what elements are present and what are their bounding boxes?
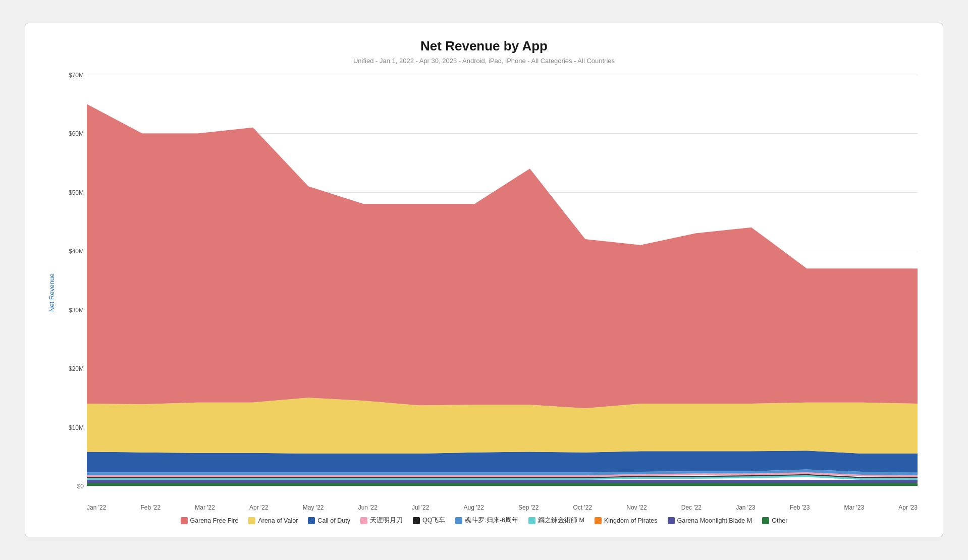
x-axis: Jan '22Feb '22Mar '22Apr '22May '22Jun '… <box>87 501 918 511</box>
legend-swatch <box>248 517 255 524</box>
legend-item: Garena Moonlight Blade M <box>668 516 752 525</box>
legend-item: QQ飞车 <box>413 516 445 525</box>
y-tick-70m: $70M <box>69 72 84 79</box>
area-other <box>87 483 918 486</box>
legend-item: Arena of Valor <box>248 516 298 525</box>
legend-swatch <box>668 517 675 524</box>
plot-area: $70M $60M $50M $40M $30M $20M $10M $0 ⊙ … <box>87 75 918 486</box>
chart-container: Net Revenue by App Unified - Jan 1, 2022… <box>25 23 943 537</box>
area-cod <box>87 451 918 472</box>
legend-item: 魂斗罗:归来-6周年 <box>455 516 518 525</box>
x-tick: Feb '23 <box>790 504 810 511</box>
x-tick: Jan '22 <box>87 504 106 511</box>
x-tick: Oct '22 <box>573 504 593 511</box>
y-axis-label: Net Revenue <box>45 75 58 511</box>
x-tick: Mar '23 <box>844 504 864 511</box>
legend-label: 天涯明月刀 <box>370 516 403 525</box>
chart-subtitle: Unified - Jan 1, 2022 - Apr 30, 2023 - A… <box>45 57 923 65</box>
x-tick: Apr '22 <box>249 504 268 511</box>
legend-label: Kingdom of Pirates <box>604 517 658 524</box>
legend-label: Other <box>772 517 787 524</box>
legend-swatch <box>762 517 769 524</box>
legend-item: Kingdom of Pirates <box>595 516 658 525</box>
legend-swatch <box>595 517 602 524</box>
area-freefire <box>87 104 918 408</box>
legend-label: 鋼之鍊金術師 M <box>538 516 584 525</box>
area-chart <box>87 75 918 486</box>
legend-swatch <box>360 517 367 524</box>
legend-item: 天涯明月刀 <box>360 516 403 525</box>
y-tick-50m: $50M <box>69 189 84 196</box>
x-tick: Jun '22 <box>358 504 378 511</box>
legend-label: QQ飞车 <box>422 516 445 525</box>
x-tick: Jul '22 <box>412 504 429 511</box>
x-tick: Jan '23 <box>736 504 755 511</box>
y-tick-30m: $30M <box>69 307 84 314</box>
x-tick: Dec '22 <box>681 504 702 511</box>
legend-item: Garena Free Fire <box>181 516 239 525</box>
legend-label: Call of Duty <box>317 517 350 524</box>
legend-swatch <box>528 517 535 524</box>
legend: Garena Free FireArena of ValorCall of Du… <box>45 511 923 527</box>
legend-item: Call of Duty <box>308 516 350 525</box>
legend-label: Garena Moonlight Blade M <box>677 517 752 524</box>
legend-item: Other <box>762 516 787 525</box>
y-tick-20m: $20M <box>69 365 84 372</box>
y-tick-60m: $60M <box>69 130 84 137</box>
y-tick-40m: $40M <box>69 248 84 255</box>
y-tick-10m: $10M <box>69 424 84 431</box>
area-aov <box>87 398 918 454</box>
legend-swatch <box>181 517 188 524</box>
legend-swatch <box>308 517 315 524</box>
legend-label: Arena of Valor <box>258 517 298 524</box>
legend-swatch <box>413 517 420 524</box>
legend-label: Garena Free Fire <box>190 517 239 524</box>
chart-area: Net Revenue $70M $60M $50M $40M $30M $20… <box>45 75 923 511</box>
y-tick-0: $0 <box>77 483 84 490</box>
x-tick: Sep '22 <box>518 504 539 511</box>
legend-item: 鋼之鍊金術師 M <box>528 516 584 525</box>
x-tick: Mar '22 <box>195 504 215 511</box>
x-tick: Nov '22 <box>626 504 647 511</box>
area-moonlight <box>87 480 918 483</box>
x-tick: Feb '22 <box>140 504 160 511</box>
x-tick: Aug '22 <box>464 504 484 511</box>
legend-swatch <box>455 517 462 524</box>
legend-label: 魂斗罗:归来-6周年 <box>465 516 518 525</box>
chart-title: Net Revenue by App <box>45 38 923 54</box>
x-tick: May '22 <box>303 504 324 511</box>
chart-inner: $70M $60M $50M $40M $30M $20M $10M $0 ⊙ … <box>62 75 923 511</box>
x-tick: Apr '23 <box>898 504 918 511</box>
